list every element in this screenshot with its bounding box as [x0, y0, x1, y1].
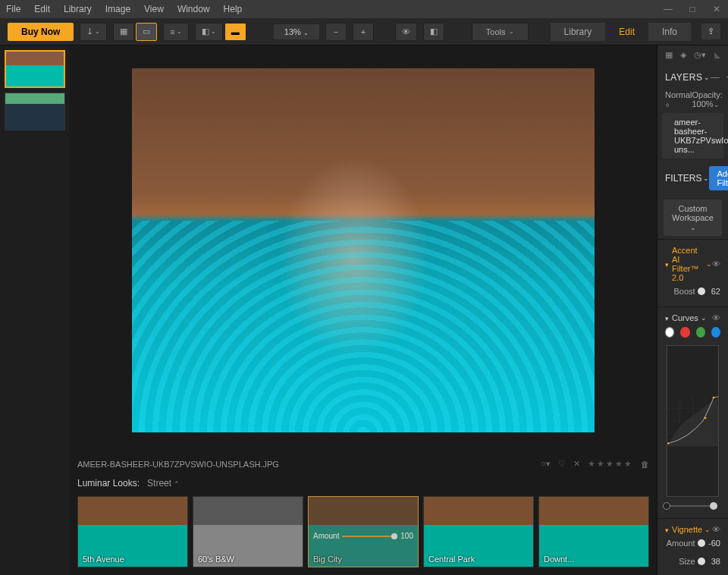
svg-point-6 [667, 442, 670, 445]
compare-button[interactable]: ◧⌄ [195, 23, 223, 41]
looks-category-dropdown[interactable]: Street ⌃ [147, 478, 180, 489]
looks-header: Luminar Looks: Street ⌃ [70, 473, 657, 493]
layers-header[interactable]: LAYERS⌄ —+ [657, 68, 728, 87]
filmstrip-toggle-button[interactable]: ▬ [224, 23, 246, 41]
look-60s-bw[interactable]: 60's B&W [193, 496, 303, 567]
menu-edit[interactable]: Edit [34, 4, 50, 14]
image-meta-bar: AMEER-BASHEER-UKB7ZPVSWIO-UNSPLASH.JPG ○… [70, 454, 657, 473]
filter-curves-title[interactable]: Curves ⌄👁 [665, 313, 720, 322]
zoom-out-button[interactable]: − [325, 23, 347, 41]
eye-icon[interactable]: 👁 [712, 313, 720, 322]
menu-view[interactable]: View [144, 4, 164, 14]
share-button[interactable]: ⇪ [701, 24, 720, 39]
blend-mode-dropdown[interactable]: Normal ⬨ [665, 90, 692, 108]
layer-item[interactable]: ameer-basheer-UKB7zPVswIo-uns... [662, 113, 723, 159]
eye-icon[interactable]: 👁 [712, 525, 720, 534]
trash-icon[interactable]: 🗑 [641, 460, 649, 469]
favorite-icon[interactable]: ♡ [558, 459, 566, 469]
curve-channel-red[interactable] [680, 327, 689, 338]
menu-window[interactable]: Window [177, 4, 210, 14]
histogram-warning-left-icon[interactable]: ◣ [714, 50, 720, 60]
menu-image[interactable]: Image [105, 4, 130, 14]
black-point-knob[interactable] [663, 502, 670, 510]
list-view-button[interactable]: ≡⌄ [163, 23, 188, 41]
menubar: File Edit Library Image View Window Help… [0, 0, 728, 18]
tab-info[interactable]: Info [648, 23, 691, 41]
filter-accent-ai: Accent AI Filter™ 2.0 ⌄👁 Boost 62 [657, 239, 728, 306]
look-central-park[interactable]: Central Park [423, 496, 534, 567]
filter-vignette: Vignette ⌄👁 Amount-60 Size38 Roundness35… [657, 518, 728, 575]
tools-dropdown[interactable]: Tools ⌄ [472, 23, 529, 41]
curve-black-white-points[interactable] [665, 500, 720, 512]
minimize-icon[interactable]: — [663, 4, 673, 14]
curve-channel-blue[interactable] [711, 327, 720, 338]
center-panel: AMEER-BASHEER-UKB7ZPVSWIO-UNSPLASH.JPG ○… [70, 46, 657, 575]
menu-help[interactable]: Help [224, 4, 243, 14]
curve-channels [665, 322, 720, 342]
zoom-in-button[interactable]: + [353, 23, 374, 41]
blend-row: Normal ⬨ Opacity: 100%⌄ ⚙▾ [657, 87, 728, 112]
reject-icon[interactable]: ✕ [573, 459, 580, 469]
filters-title[interactable]: FILTERS [665, 173, 701, 184]
filename-label: AMEER-BASHEER-UKB7ZPVSWIO-UNSPLASH.JPG [77, 460, 279, 469]
filter-curves: Curves ⌄👁 [657, 306, 728, 518]
vignette-amount-slider[interactable]: Amount-60 [665, 534, 720, 552]
filter-vignette-title[interactable]: Vignette ⌄👁 [665, 525, 720, 534]
menu-library[interactable]: Library [64, 4, 92, 14]
histogram-image-icon[interactable]: ▦ [665, 50, 673, 60]
svg-point-7 [704, 417, 707, 419]
layer-remove-icon[interactable]: — [711, 72, 720, 83]
vignette-size-slider[interactable]: Size38 [665, 552, 720, 570]
toolbar: Buy Now ⤓⌄ ▦ ▭ ≡⌄ ◧⌄ ▬ 13% ⌄ − + 👁 ◧ Too… [0, 18, 728, 46]
tab-edit[interactable]: Edit [605, 23, 648, 41]
thumbnail-2[interactable] [5, 93, 65, 130]
curve-channel-white[interactable] [665, 327, 674, 338]
thumbnail-1[interactable] [5, 50, 65, 88]
canvas[interactable] [70, 46, 657, 454]
workspace-dropdown[interactable]: Custom Workspace ⌄ [664, 200, 722, 236]
histogram-layers-icon[interactable]: ◈ [680, 50, 686, 60]
photo-preview [132, 68, 595, 432]
rating-stars[interactable]: ★★★★★ [588, 459, 633, 469]
histogram-mode-row: ▦ ◈ ◷▾ ◣ [657, 46, 728, 64]
histogram-clock-icon[interactable]: ◷▾ [694, 50, 706, 60]
menu-file[interactable]: File [6, 4, 20, 14]
filmstrip [0, 46, 70, 575]
preview-toggle-button[interactable]: 👁 [395, 23, 417, 41]
boost-slider[interactable]: Boost 62 [665, 282, 720, 300]
white-point-knob[interactable] [710, 502, 717, 510]
view-single-button[interactable]: ▭ [136, 23, 157, 41]
look-5th-avenue[interactable]: 5th Avenue [77, 496, 188, 567]
export-button[interactable]: ⤓⌄ [80, 23, 107, 41]
tab-library[interactable]: Library [551, 23, 606, 41]
curve-editor[interactable] [667, 345, 719, 497]
look-big-city[interactable]: Amount100 Big City [308, 496, 419, 567]
filter-accent-title[interactable]: Accent AI Filter™ 2.0 ⌄👁 [665, 246, 720, 282]
layer-name: ameer-basheer-UKB7zPVswIo-uns... [674, 118, 728, 154]
close-icon[interactable]: ✕ [711, 4, 722, 14]
vignette-roundness-slider[interactable]: Roundness35 [665, 570, 720, 575]
svg-point-8 [713, 397, 715, 399]
zoom-value[interactable]: 13% ⌄ [274, 24, 319, 39]
maximize-icon[interactable]: □ [687, 4, 698, 14]
before-after-button[interactable]: ◧ [423, 23, 444, 41]
looks-label: Luminar Looks: [77, 478, 140, 489]
filters-header: FILTERS⌄ Add Filters [657, 160, 728, 196]
buy-now-button[interactable]: Buy Now [8, 23, 74, 41]
curve-channel-green[interactable] [696, 327, 705, 338]
view-grid-button[interactable]: ▦ [113, 23, 134, 41]
add-filters-button[interactable]: Add Filters [709, 166, 728, 190]
look-downtown[interactable]: Downt... [538, 496, 649, 567]
eye-icon[interactable]: 👁 [712, 259, 720, 269]
right-panel: ▦ ◈ ◷▾ ◣ ◢ LAYERS⌄ —+ Normal ⬨ Opacity: … [657, 46, 728, 575]
color-tag-icon[interactable]: ○▾ [541, 459, 551, 469]
looks-row: 5th Avenue 60's B&W Amount100 Big City C… [70, 493, 657, 575]
